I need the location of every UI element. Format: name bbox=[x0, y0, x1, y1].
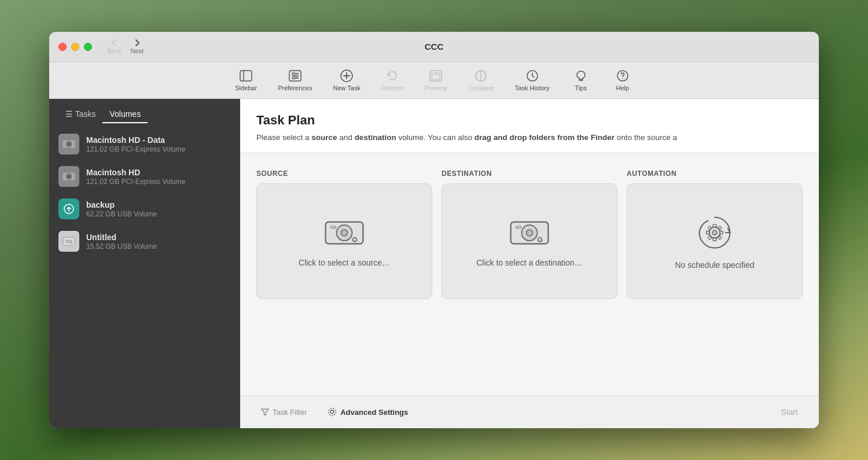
start-button[interactable]: Start bbox=[776, 405, 803, 419]
svg-point-36 bbox=[341, 230, 348, 236]
next-button[interactable]: Next bbox=[127, 38, 147, 56]
svg-point-41 bbox=[527, 230, 533, 236]
task-filter-button[interactable]: Task Filter bbox=[256, 406, 311, 419]
destination-section: DESTINATION Click to select a destinatio… bbox=[442, 170, 617, 395]
sidebar-list: Macintosh HD - Data 121,02 GB PCI-Expres… bbox=[49, 123, 240, 428]
restore-icon bbox=[386, 69, 399, 83]
svg-rect-47 bbox=[713, 238, 716, 241]
automation-gear-icon bbox=[695, 213, 734, 252]
help-icon bbox=[616, 69, 629, 83]
svg-rect-48 bbox=[707, 231, 709, 234]
svg-rect-49 bbox=[720, 231, 723, 234]
destination-drive-icon bbox=[509, 215, 550, 250]
compare-icon bbox=[475, 69, 487, 83]
svg-point-55 bbox=[330, 410, 334, 414]
close-button[interactable] bbox=[58, 43, 67, 51]
traffic-lights bbox=[58, 43, 92, 51]
task-history-icon bbox=[526, 69, 539, 83]
svg-point-23 bbox=[68, 143, 70, 145]
tab-volumes[interactable]: Volumes bbox=[102, 106, 148, 123]
toolbar-item-sidebar[interactable]: Sidebar bbox=[227, 65, 265, 95]
task-plan-header: Task Plan Please select a source and des… bbox=[240, 99, 819, 153]
sidebar-item-backup[interactable]: backup 62,22 GB USB Volume bbox=[49, 193, 240, 225]
task-plan-title: Task Plan bbox=[256, 113, 803, 128]
sidebar-item-macintosh-hd-data[interactable]: Macintosh HD - Data 121,02 GB PCI-Expres… bbox=[49, 128, 240, 160]
usb-icon bbox=[58, 231, 79, 252]
svg-point-24 bbox=[72, 146, 73, 148]
back-button[interactable]: Back bbox=[104, 38, 124, 56]
svg-marker-54 bbox=[262, 409, 269, 415]
toolbar-help-label: Help bbox=[616, 84, 629, 91]
window-title: CCC bbox=[425, 42, 444, 51]
advanced-settings-label: Advanced Settings bbox=[340, 408, 408, 417]
toolbar-preferences-label: Preferences bbox=[278, 84, 312, 91]
sidebar-item-info-hd: Macintosh HD 121,02 GB PCI-Express Volum… bbox=[86, 168, 185, 186]
backup-icon bbox=[58, 198, 79, 219]
advanced-settings-button[interactable]: Advanced Settings bbox=[323, 405, 413, 419]
svg-rect-38 bbox=[331, 226, 336, 229]
content-area: Task Plan Please select a source and des… bbox=[240, 99, 819, 428]
sidebar: ☰ Tasks Volumes bbox=[49, 99, 240, 428]
new-task-icon bbox=[340, 69, 353, 83]
back-label: Back bbox=[107, 47, 121, 54]
source-card-text: Click to select a source… bbox=[299, 258, 390, 267]
sidebar-item-info-backup: backup 62,22 GB USB Volume bbox=[86, 200, 157, 218]
preview-icon bbox=[429, 69, 442, 83]
toolbar-item-tips[interactable]: Tips bbox=[562, 65, 599, 95]
titlebar: Back Next CCC bbox=[49, 32, 819, 62]
preferences-icon bbox=[289, 69, 301, 83]
automation-label: AUTOMATION bbox=[627, 170, 803, 178]
svg-rect-32 bbox=[65, 240, 72, 243]
toolbar-new-task-label: New Task bbox=[333, 84, 360, 91]
filter-icon bbox=[261, 408, 269, 416]
svg-point-33 bbox=[71, 242, 72, 244]
toolbar-preview-label: Preview bbox=[424, 84, 447, 91]
minimize-button[interactable] bbox=[71, 43, 79, 51]
destination-card-text: Click to select a destination… bbox=[476, 258, 583, 267]
disk-icon-hd bbox=[58, 166, 79, 187]
svg-rect-0 bbox=[240, 71, 252, 81]
toolbar-item-new-task[interactable]: New Task bbox=[325, 65, 368, 95]
svg-point-37 bbox=[352, 237, 356, 241]
task-plan-desc: Please select a source and destination v… bbox=[256, 133, 803, 143]
toolbar-restore-label: Restore bbox=[381, 84, 404, 91]
next-label: Next bbox=[130, 47, 144, 54]
task-filter-label: Task Filter bbox=[273, 408, 307, 417]
disk-icon-hd-data bbox=[58, 134, 79, 154]
toolbar-item-help[interactable]: Help bbox=[604, 65, 641, 95]
source-drive-icon bbox=[323, 215, 365, 250]
toolbar-item-compare[interactable]: Compare bbox=[460, 65, 502, 95]
toolbar-tips-label: Tips bbox=[575, 84, 587, 91]
toolbar-item-preview[interactable]: Preview bbox=[416, 65, 455, 95]
automation-card-text: No schedule specified bbox=[675, 260, 755, 270]
maximize-button[interactable] bbox=[84, 43, 92, 51]
toolbar-task-history-label: Task History bbox=[515, 84, 550, 91]
svg-point-6 bbox=[292, 72, 295, 75]
sidebar-item-info-untitled: Untitled 15,52 GB USB Volume bbox=[86, 233, 157, 251]
toolbar: Sidebar Preferences bbox=[49, 62, 819, 99]
tab-tasks[interactable]: ☰ Tasks bbox=[58, 106, 102, 123]
svg-point-45 bbox=[712, 230, 717, 235]
sidebar-item-macintosh-hd[interactable]: Macintosh HD 121,02 GB PCI-Express Volum… bbox=[49, 160, 240, 193]
toolbar-item-task-history[interactable]: Task History bbox=[507, 65, 558, 95]
svg-point-56 bbox=[329, 409, 336, 416]
app-window: Back Next CCC Sidebar bbox=[49, 32, 819, 428]
svg-point-42 bbox=[538, 237, 542, 241]
svg-point-20 bbox=[622, 78, 623, 79]
source-card[interactable]: Click to select a source… bbox=[256, 183, 432, 299]
nav-buttons: Back Next bbox=[104, 38, 147, 56]
destination-label: DESTINATION bbox=[442, 170, 617, 178]
svg-point-28 bbox=[72, 178, 73, 180]
svg-rect-46 bbox=[713, 225, 716, 227]
destination-card[interactable]: Click to select a destination… bbox=[442, 183, 617, 299]
sidebar-item-untitled[interactable]: Untitled 15,52 GB USB Volume bbox=[49, 225, 240, 257]
sidebar-icon bbox=[240, 69, 252, 83]
toolbar-compare-label: Compare bbox=[468, 84, 494, 91]
svg-rect-43 bbox=[516, 226, 521, 229]
svg-point-27 bbox=[68, 175, 70, 178]
toolbar-item-restore[interactable]: Restore bbox=[373, 65, 412, 95]
toolbar-item-preferences[interactable]: Preferences bbox=[270, 65, 320, 95]
source-section: SOURCE Click to select a source… bbox=[256, 170, 432, 395]
task-sections: SOURCE Click to select a source… bbox=[240, 153, 819, 395]
automation-card[interactable]: No schedule specified bbox=[627, 183, 803, 299]
